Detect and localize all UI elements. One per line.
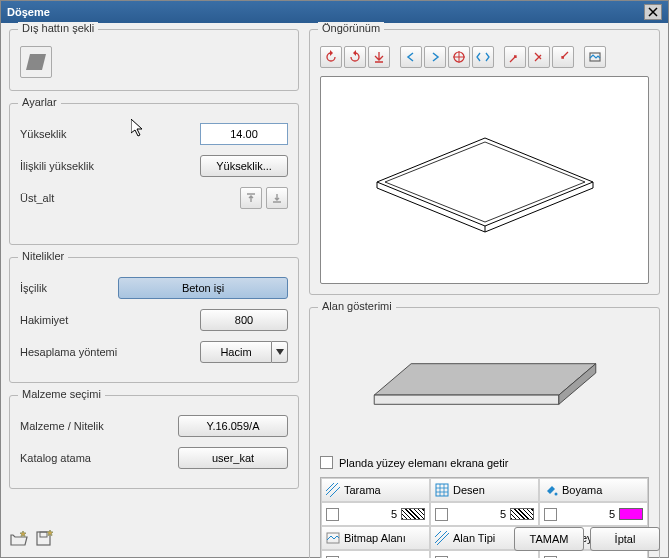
header-fill[interactable]: Boyama [539, 478, 648, 502]
calc-method-dropdown[interactable]: Hacim [200, 341, 288, 363]
svg-rect-16 [40, 532, 47, 537]
titlebar: Döşeme [1, 1, 668, 23]
svg-marker-4 [374, 364, 596, 395]
rotate-right-button[interactable] [344, 46, 366, 68]
hatching-checkbox[interactable] [326, 508, 339, 521]
catalog-button[interactable]: user_kat [178, 447, 288, 469]
render-button[interactable] [584, 46, 606, 68]
rotate-left-button[interactable] [320, 46, 342, 68]
height-input[interactable] [200, 123, 288, 145]
fill-cell[interactable]: 5 [539, 502, 648, 526]
header-pattern[interactable]: Desen [430, 478, 539, 502]
svg-point-8 [555, 493, 558, 496]
pan-left-button[interactable] [400, 46, 422, 68]
relative-height-label: İlişkili yükseklik [20, 160, 200, 172]
material-group: Malzeme seçimi Malzeme / Nitelik Y.16.05… [9, 395, 299, 489]
pattern-swatch [510, 508, 534, 520]
fill-checkbox[interactable] [544, 508, 557, 521]
areatype-cell[interactable]: 529 Be... [430, 550, 539, 558]
dropdown-arrow-icon[interactable] [272, 341, 288, 363]
area-display-group: Alan gösterimi Planda yüzey elemanı ekra… [309, 307, 660, 558]
dominance-button[interactable]: 800 [200, 309, 288, 331]
trapezoid-icon [26, 54, 46, 70]
work-label: İşçilik [20, 282, 118, 294]
close-button[interactable] [644, 4, 662, 20]
zoom-down-button[interactable] [368, 46, 390, 68]
fit-diag3-button[interactable] [552, 46, 574, 68]
preview-3d-viewport[interactable] [320, 76, 649, 284]
top-align-button[interactable] [240, 187, 262, 209]
favorite-save-icon[interactable] [35, 529, 55, 549]
catalog-label: Katalog atama [20, 452, 178, 464]
material-label: Malzeme / Nitelik [20, 420, 178, 432]
bottom-align-button[interactable] [266, 187, 288, 209]
svg-rect-7 [436, 484, 448, 496]
calc-method-label: Hesaplama yöntemi [20, 346, 200, 358]
plan-surface-checkbox[interactable] [320, 456, 333, 469]
outline-group: Dış hattın şekli [9, 29, 299, 91]
top-bottom-label: Üst_alt [20, 192, 200, 204]
outline-shape-button[interactable] [20, 46, 52, 78]
plan-surface-label: Planda yüzey elemanı ekrana getir [339, 457, 508, 469]
fill-swatch [619, 508, 643, 520]
settings-group: Ayarlar Yükseklik İlişkili yükseklik Yük… [9, 103, 299, 245]
pan-dual-button[interactable] [472, 46, 494, 68]
relative-height-button[interactable]: Yükseklik... [200, 155, 288, 177]
height-label: Yükseklik [20, 128, 200, 140]
fit-diag1-button[interactable] [504, 46, 526, 68]
favorite-open-icon[interactable] [9, 529, 29, 549]
work-button[interactable]: Beton işi [118, 277, 288, 299]
bitmap-cell[interactable] [321, 550, 430, 558]
dominance-label: Hakimiyet [20, 314, 200, 326]
svg-marker-5 [374, 395, 559, 404]
preview-group: Öngörünüm [309, 29, 660, 295]
cancel-button[interactable]: İptal [590, 527, 660, 551]
ok-button[interactable]: TAMAM [514, 527, 584, 551]
surface-cell[interactable] [539, 550, 648, 558]
hatching-cell[interactable]: 5 [321, 502, 430, 526]
material-button[interactable]: Y.16.059/A [178, 415, 288, 437]
hatching-swatch [401, 508, 425, 520]
svg-marker-3 [385, 142, 585, 222]
pattern-checkbox[interactable] [435, 508, 448, 521]
title: Döşeme [7, 6, 644, 18]
pan-right-button[interactable] [424, 46, 446, 68]
header-hatching[interactable]: Tarama [321, 478, 430, 502]
preview-toolbar [320, 46, 649, 68]
attributes-group: Nitelikler İşçilik Beton işi Hakimiyet 8… [9, 257, 299, 383]
paint-icon [544, 483, 558, 497]
pan-center-button[interactable] [448, 46, 470, 68]
svg-marker-2 [377, 138, 593, 226]
pattern-icon [435, 483, 449, 497]
pattern-cell[interactable]: 5 [430, 502, 539, 526]
hatch-icon [326, 483, 340, 497]
fit-diag2-button[interactable] [528, 46, 550, 68]
